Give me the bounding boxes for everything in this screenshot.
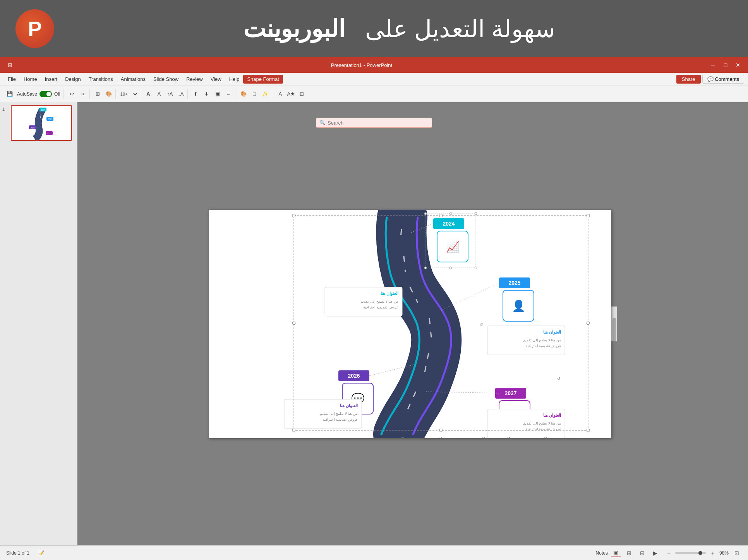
- svg-text:↺: ↺: [400, 436, 404, 438]
- svg-point-53: [587, 322, 590, 325]
- slide-thumb-container: 1 2024 2025 2026: [2, 105, 75, 141]
- text-fill[interactable]: A: [275, 89, 285, 99]
- svg-point-47: [587, 214, 590, 217]
- svg-text:👤: 👤: [512, 300, 525, 312]
- main-area: 1 2024 2025 2026: [0, 102, 748, 545]
- slide-canvas[interactable]: 2024 📈 2025 👤 2026 💬: [209, 210, 611, 438]
- svg-text:2026: 2026: [348, 373, 360, 379]
- text-down[interactable]: ↓A: [176, 89, 186, 99]
- shape-effects[interactable]: ✨: [260, 89, 270, 99]
- svg-point-55: [424, 212, 427, 215]
- zoom-percent: 98%: [719, 550, 729, 556]
- align-button[interactable]: ≡: [223, 89, 233, 99]
- title-bar-text: Presentation1 - PowerPoint: [19, 62, 705, 68]
- zoom-in-button[interactable]: +: [708, 549, 718, 557]
- size-position[interactable]: ⊡: [297, 89, 307, 99]
- reading-view-button[interactable]: ⊟: [637, 549, 647, 557]
- shape-outline[interactable]: □: [249, 89, 259, 99]
- top-banner: P سهولة التعديل على البوربوينت: [0, 0, 748, 57]
- menu-file[interactable]: File: [4, 75, 20, 84]
- window-mode-button[interactable]: ⊞: [5, 61, 15, 69]
- svg-text:2024: 2024: [443, 221, 455, 227]
- autosave-state: Off: [53, 91, 62, 97]
- menu-shapeformat[interactable]: Shape Format: [243, 75, 283, 84]
- search-box[interactable]: 🔍: [316, 118, 432, 128]
- search-icon: 🔍: [319, 120, 325, 125]
- menu-slideshow[interactable]: Slide Show: [149, 75, 182, 84]
- menu-help[interactable]: Help: [225, 75, 244, 84]
- road-infographic-svg: 2024 📈 2025 👤 2026 💬: [209, 210, 611, 438]
- undo-button[interactable]: ↩: [67, 89, 77, 99]
- menu-view[interactable]: View: [207, 75, 225, 84]
- redo-button[interactable]: ↪: [78, 89, 88, 99]
- vertical-scrollbar[interactable]: [611, 307, 617, 341]
- svg-point-51: [439, 429, 443, 432]
- slide-number: 1: [2, 105, 9, 111]
- svg-text:2024: 2024: [41, 109, 45, 111]
- menu-right-actions: Share 💬 Comments: [676, 75, 744, 84]
- svg-text:العنوان هنا: العنوان هنا: [543, 413, 561, 418]
- svg-text:📈: 📈: [446, 240, 460, 253]
- svg-point-52: [292, 322, 295, 325]
- autosave-toggle[interactable]: [39, 91, 52, 97]
- toolbar-group-history: ↩ ↪: [65, 89, 90, 99]
- svg-point-59: [449, 212, 452, 215]
- fit-to-window-button[interactable]: ⊡: [732, 549, 742, 557]
- slideshow-view-button[interactable]: ▶: [650, 549, 661, 557]
- menu-review[interactable]: Review: [182, 75, 207, 84]
- minimize-button[interactable]: ─: [708, 61, 719, 69]
- text-up[interactable]: ↑A: [165, 89, 175, 99]
- status-bar: Slide 1 of 1 📝 Notes ▣ ⊞ ⊟ ▶ − + 98% ⊡: [0, 545, 748, 560]
- menu-animations[interactable]: Animations: [117, 75, 149, 84]
- svg-text:↺: ↺: [544, 436, 547, 438]
- svg-point-57: [424, 267, 427, 269]
- restore-button[interactable]: □: [720, 61, 731, 69]
- close-button[interactable]: ✕: [733, 61, 743, 69]
- send-backward[interactable]: ⬇: [202, 89, 212, 99]
- toolbar-group-format: A A ↑A ↓A: [142, 89, 188, 99]
- svg-point-49: [587, 429, 590, 432]
- theme-button[interactable]: 🎨: [104, 89, 114, 99]
- svg-text:عروض تقديمية احترافية: عروض تقديمية احترافية: [526, 427, 561, 432]
- menu-insert[interactable]: Insert: [41, 75, 62, 84]
- menu-home[interactable]: Home: [20, 75, 41, 84]
- menu-design[interactable]: Design: [61, 75, 84, 84]
- svg-text:عروض تقديمية احترافية: عروض تقديمية احترافية: [363, 305, 398, 310]
- toolbar-group-font: 10+121418: [117, 89, 140, 99]
- comments-button[interactable]: 💬 Comments: [702, 75, 744, 84]
- fontcolor-button[interactable]: A: [154, 89, 164, 99]
- svg-text:2027: 2027: [504, 390, 516, 396]
- svg-text:العنوان هنا: العنوان هنا: [340, 403, 358, 408]
- search-input[interactable]: [328, 120, 429, 126]
- svg-text:من هنا لا يطمح إلى تقديم: من هنا لا يطمح إلى تقديم: [360, 300, 398, 304]
- zoom-slider[interactable]: [675, 552, 706, 554]
- bold-button[interactable]: A: [143, 89, 153, 99]
- slide-info: Slide 1 of 1: [6, 550, 29, 556]
- normal-view-button[interactable]: ▣: [611, 549, 621, 557]
- toolbar-save-icon[interactable]: 💾: [5, 89, 15, 99]
- slide-sorter-button[interactable]: ⊞: [624, 549, 634, 557]
- zoom-slider-thumb: [698, 551, 702, 555]
- bring-forward[interactable]: ⬆: [191, 89, 201, 99]
- font-size-select[interactable]: 10+121418: [119, 89, 138, 99]
- svg-point-60: [449, 267, 452, 269]
- svg-point-50: [439, 214, 443, 217]
- svg-text:عروض تقديمية احترافية: عروض تقديمية احترافية: [323, 418, 358, 422]
- share-button[interactable]: Share: [676, 75, 701, 84]
- group-button[interactable]: ▣: [213, 89, 223, 99]
- slide-notes-button[interactable]: 📝: [36, 549, 46, 557]
- toolbar-group-shape: 🎨 □ ✨: [237, 89, 272, 99]
- svg-text:↺: ↺: [482, 436, 486, 438]
- shape-fill[interactable]: 🎨: [238, 89, 249, 99]
- toolbar-group-layout: ⊞ 🎨: [91, 89, 116, 99]
- svg-text:2026: 2026: [30, 127, 34, 129]
- layout-button[interactable]: ⊞: [93, 89, 103, 99]
- slide-thumbnail[interactable]: 2024 2025 2026 2027: [11, 105, 72, 141]
- scrollbar-thumb[interactable]: [612, 318, 616, 341]
- menu-transitions[interactable]: Transitions: [85, 75, 117, 84]
- wordart[interactable]: A★: [286, 89, 296, 99]
- title-bar: ⊞ 🔍 Presentation1 - PowerPoint ─ □ ✕: [0, 57, 748, 73]
- zoom-out-button[interactable]: −: [664, 549, 674, 557]
- svg-text:2027: 2027: [47, 132, 51, 135]
- menu-bar: File Home Insert Design Transitions Anim…: [0, 73, 748, 86]
